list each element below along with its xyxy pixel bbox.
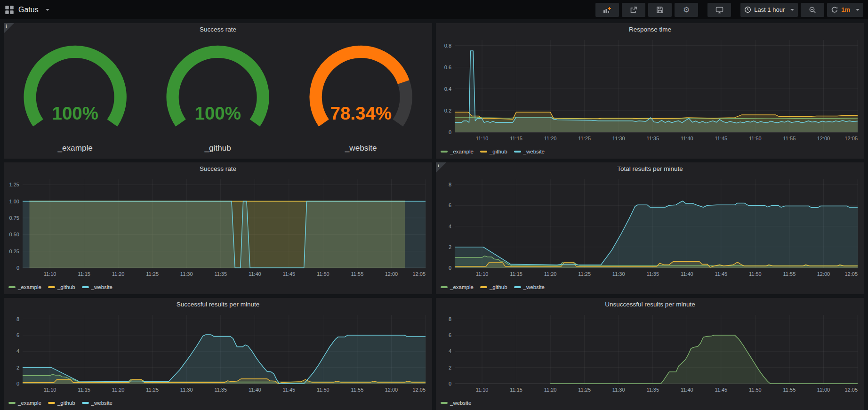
x-axis-label: 11:30 bbox=[180, 387, 193, 393]
zoom-out-button[interactable] bbox=[801, 3, 824, 17]
y-axis-label: 8 bbox=[449, 316, 451, 322]
legend-color-dash bbox=[48, 402, 55, 404]
panel-title[interactable]: Unsuccessful results per minute bbox=[436, 301, 864, 308]
legend-label: _website bbox=[91, 400, 113, 406]
x-axis-label: 12:05 bbox=[844, 136, 858, 141]
legend-color-dash bbox=[480, 151, 487, 153]
successful-results-chart[interactable]: 11:1011:1511:2011:2511:3011:3511:4011:45… bbox=[4, 310, 432, 394]
clock-icon bbox=[744, 6, 751, 13]
share-dashboard-button[interactable] bbox=[622, 3, 645, 17]
x-axis-label: 11:35 bbox=[646, 136, 659, 141]
x-axis-label: 11:40 bbox=[681, 387, 693, 393]
x-axis-label: 12:00 bbox=[817, 387, 830, 393]
legend-label: _github bbox=[57, 400, 75, 406]
refresh-icon bbox=[831, 6, 838, 14]
chart-legend: _example_github_website bbox=[8, 284, 113, 290]
x-axis-label: 11:55 bbox=[783, 387, 796, 393]
panel-successful-results: Successful results per minute 11:1011:15… bbox=[4, 298, 432, 410]
legend-label: _example bbox=[450, 284, 474, 290]
time-range-picker[interactable]: Last 1 hour bbox=[740, 3, 798, 17]
success-rate-chart[interactable]: 11:1011:1511:2011:2511:3011:3511:4011:45… bbox=[4, 175, 432, 278]
panel-title[interactable]: Response time bbox=[436, 26, 864, 33]
x-axis-label: 12:05 bbox=[844, 387, 858, 393]
x-axis-label: 12:05 bbox=[844, 271, 858, 277]
legend-item-_example[interactable]: _example bbox=[441, 149, 474, 154]
legend-item-_website[interactable]: _website bbox=[514, 284, 545, 290]
legend-label: _example bbox=[450, 149, 474, 154]
y-axis-label: 0 bbox=[449, 265, 451, 271]
chart-legend: _example_github_website bbox=[441, 148, 545, 155]
x-axis-label: 11:45 bbox=[715, 136, 727, 141]
legend-item-_github[interactable]: _github bbox=[480, 149, 507, 154]
refresh-picker[interactable]: 1m bbox=[827, 3, 863, 17]
dashboard-title[interactable]: Gatus bbox=[18, 6, 39, 14]
legend-item-_github[interactable]: _github bbox=[480, 284, 507, 290]
y-axis-label: 0.2 bbox=[444, 108, 451, 113]
panel-unsuccessful-results: Unsuccessful results per minute 11:1011:… bbox=[436, 298, 864, 410]
x-axis-label: 11:35 bbox=[214, 271, 227, 277]
y-axis-label: 4 bbox=[16, 348, 19, 354]
save-dashboard-button[interactable] bbox=[648, 3, 672, 17]
legend-label: _website bbox=[450, 400, 471, 406]
x-axis-label: 12:00 bbox=[817, 136, 830, 141]
x-axis-label: 11:30 bbox=[612, 136, 625, 141]
x-axis-label: 11:20 bbox=[544, 271, 557, 277]
legend-color-dash bbox=[441, 286, 448, 288]
legend-item-_website[interactable]: _website bbox=[82, 400, 113, 406]
apps-grid-icon[interactable] bbox=[5, 5, 14, 15]
legend-item-_example[interactable]: _example bbox=[8, 284, 41, 290]
x-axis-label: 11:55 bbox=[783, 136, 796, 141]
y-axis-label: 0.75 bbox=[9, 215, 19, 221]
unsuccessful-results-chart[interactable]: 11:1011:1511:2011:2511:3011:3511:4011:45… bbox=[436, 310, 864, 394]
gauge-_github: 100%_github bbox=[146, 37, 289, 157]
legend-color-dash bbox=[441, 402, 448, 404]
x-axis-label: 11:15 bbox=[78, 387, 90, 393]
series-fill-_website bbox=[23, 201, 426, 268]
total-results-chart[interactable]: 11:1011:1511:2011:2511:3011:3511:4011:45… bbox=[436, 175, 864, 278]
chevron-down-icon[interactable] bbox=[46, 9, 49, 11]
legend-color-dash bbox=[8, 402, 16, 404]
x-axis-label: 11:15 bbox=[510, 136, 522, 141]
x-axis-label: 12:00 bbox=[385, 271, 398, 277]
legend-color-dash bbox=[82, 286, 89, 288]
cycle-view-button[interactable] bbox=[707, 3, 731, 17]
legend-label: _website bbox=[91, 284, 113, 290]
y-axis-label: 0.6 bbox=[444, 64, 451, 70]
dashboard-settings-button[interactable]: ⚙ bbox=[675, 3, 698, 17]
y-axis-label: 0.8 bbox=[444, 43, 451, 48]
monitor-icon bbox=[715, 6, 723, 14]
legend-item-_example[interactable]: _example bbox=[8, 400, 41, 406]
add-panel-button[interactable] bbox=[595, 3, 619, 17]
x-axis-label: 11:20 bbox=[544, 387, 557, 393]
x-axis-label: 11:40 bbox=[681, 271, 693, 277]
legend-color-dash bbox=[8, 286, 16, 288]
gauge-value-text: 100% bbox=[52, 103, 98, 123]
legend-item-_github[interactable]: _github bbox=[48, 284, 75, 290]
x-axis-label: 11:20 bbox=[112, 271, 125, 277]
legend-item-_website[interactable]: _website bbox=[441, 400, 471, 406]
gauge-label: _website bbox=[344, 143, 377, 153]
y-axis-label: 2 bbox=[449, 244, 451, 250]
y-axis-label: 0 bbox=[449, 381, 451, 386]
legend-item-_website[interactable]: _website bbox=[514, 149, 545, 154]
x-axis-label: 11:30 bbox=[612, 387, 625, 393]
panel-title[interactable]: Total results per minute bbox=[436, 165, 864, 172]
y-axis-label: 2 bbox=[449, 365, 451, 370]
response-time-chart[interactable]: 11:1011:1511:2011:2511:3011:3511:4011:45… bbox=[436, 35, 864, 143]
gauge-_website: 78.34%_website bbox=[289, 37, 432, 157]
legend-item-_website[interactable]: _website bbox=[82, 284, 113, 290]
x-axis-label: 12:05 bbox=[412, 271, 426, 277]
panel-title[interactable]: Successful results per minute bbox=[4, 301, 432, 308]
x-axis-label: 11:35 bbox=[646, 271, 659, 277]
panel-title[interactable]: Success rate bbox=[4, 165, 432, 172]
legend-item-_github[interactable]: _github bbox=[48, 400, 75, 406]
share-icon bbox=[630, 6, 637, 14]
x-axis-label: 11:10 bbox=[44, 387, 56, 393]
gauge-label: _example bbox=[57, 143, 92, 153]
legend-item-_example[interactable]: _example bbox=[441, 284, 474, 290]
zoom-out-icon bbox=[809, 6, 816, 14]
y-axis-label: 2 bbox=[16, 365, 19, 370]
gauge-remainder-arc bbox=[398, 82, 406, 123]
panel-title[interactable]: Success rate bbox=[4, 26, 432, 33]
x-axis-label: 11:50 bbox=[749, 387, 762, 393]
